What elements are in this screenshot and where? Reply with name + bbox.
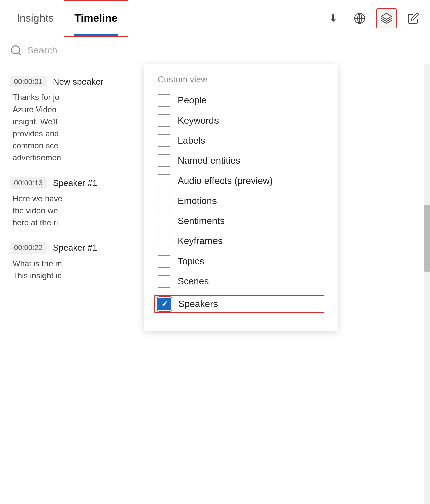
scrollbar-thumb[interactable] <box>424 205 430 272</box>
search-placeholder: Search <box>27 45 57 56</box>
globe-icon[interactable] <box>350 8 370 28</box>
checkbox-named-entities[interactable]: Named entities <box>158 154 324 167</box>
checkbox-scenes-label: Scenes <box>178 276 209 287</box>
download-icon[interactable]: ⬇ <box>323 8 343 28</box>
checkbox-keyframes[interactable]: Keyframes <box>158 235 324 247</box>
timestamp-badge: 00:00:13 <box>10 177 47 189</box>
tab-bar: Insights Timeline ⬇ <box>0 0 430 37</box>
speaker-name: New speaker <box>53 77 104 87</box>
checkbox-sentiments[interactable]: Sentiments <box>158 215 324 227</box>
checkbox-audio-effects-box[interactable] <box>158 174 170 187</box>
checkbox-emotions[interactable]: Emotions <box>158 195 324 207</box>
checkbox-named-entities-box[interactable] <box>158 154 170 167</box>
search-icon <box>10 44 22 56</box>
svg-marker-4 <box>381 13 392 19</box>
checkbox-keywords-box[interactable] <box>158 114 170 127</box>
checkbox-emotions-label: Emotions <box>178 196 217 206</box>
checkbox-scenes[interactable]: Scenes <box>158 275 324 288</box>
checkbox-labels-label: Labels <box>178 135 205 146</box>
checkbox-people[interactable]: People <box>158 94 324 107</box>
checkbox-speakers[interactable]: Speakers <box>154 295 324 313</box>
checkbox-scenes-box[interactable] <box>158 275 170 288</box>
timestamp-badge: 00:00:01 <box>10 76 47 87</box>
main-content: 00:00:01 New speaker Thanks for jo Azure… <box>0 64 430 296</box>
checkbox-people-label: People <box>178 95 207 106</box>
checkbox-people-box[interactable] <box>158 94 170 107</box>
checkbox-keyframes-label: Keyframes <box>178 236 223 246</box>
checkbox-topics-label: Topics <box>178 256 204 267</box>
custom-view-dropdown: Custom view People Keywords Labels Named… <box>144 64 338 331</box>
checkbox-topics[interactable]: Topics <box>158 255 324 268</box>
header-icons: ⬇ <box>323 0 423 37</box>
checkbox-keywords-label: Keywords <box>178 115 219 126</box>
layers-icon[interactable] <box>376 8 397 28</box>
checkbox-keywords[interactable]: Keywords <box>158 114 324 127</box>
edit-icon[interactable] <box>403 8 423 28</box>
tab-timeline[interactable]: Timeline <box>64 0 128 37</box>
scrollbar-track[interactable] <box>424 64 430 504</box>
speaker-name: Speaker #1 <box>53 178 97 188</box>
checkbox-audio-effects[interactable]: Audio effects (preview) <box>158 174 324 187</box>
checkbox-speakers-label: Speakers <box>178 299 218 309</box>
checkbox-named-entities-label: Named entities <box>178 155 240 166</box>
search-bar[interactable]: Search <box>0 37 174 64</box>
svg-line-6 <box>18 53 21 55</box>
svg-point-5 <box>12 46 20 54</box>
dropdown-title: Custom view <box>158 74 324 85</box>
checkbox-emotions-box[interactable] <box>158 195 170 207</box>
checkbox-sentiments-label: Sentiments <box>178 216 225 226</box>
checkbox-keyframes-box[interactable] <box>158 235 170 247</box>
checkbox-sentiments-box[interactable] <box>158 215 170 227</box>
timestamp-badge: 00:00:22 <box>10 242 47 254</box>
checkbox-labels-box[interactable] <box>158 134 170 147</box>
tab-insights[interactable]: Insights <box>7 0 64 37</box>
checkbox-labels[interactable]: Labels <box>158 134 324 147</box>
speaker-name: Speaker #1 <box>53 243 97 253</box>
checkbox-audio-effects-label: Audio effects (preview) <box>178 175 273 186</box>
checkbox-topics-box[interactable] <box>158 255 170 268</box>
checkbox-speakers-box[interactable] <box>158 298 171 310</box>
